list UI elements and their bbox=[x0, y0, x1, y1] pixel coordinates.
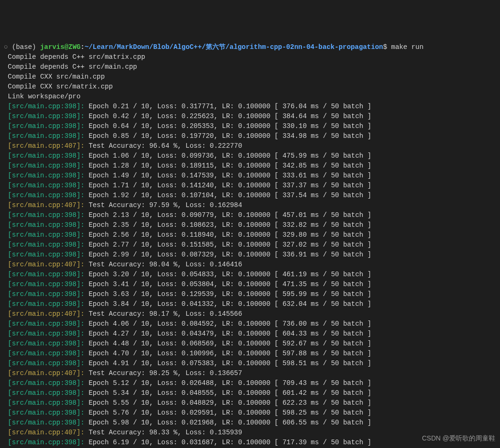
log-epoch-line: Epoch 4.70 / 10, Loss: 0.100996, LR: 0.1… bbox=[85, 350, 371, 357]
log-src-tag-epoch: [src/main.cpp:398]: bbox=[8, 330, 85, 337]
log-epoch-line: Epoch 0.42 / 10, Loss: 0.225623, LR: 0.1… bbox=[85, 112, 371, 120]
log-epoch-line: Epoch 3.63 / 10, Loss: 0.129539, LR: 0.1… bbox=[85, 290, 371, 298]
log-src-tag-epoch: [src/main.cpp:398]: bbox=[8, 399, 85, 407]
compile-line: Link workspace/pro bbox=[8, 93, 81, 100]
log-test-line: Test Accuracy: 96.64 %, Loss: 0.222770 bbox=[85, 142, 242, 150]
log-src-tag-epoch: [src/main.cpp:398]: bbox=[8, 360, 85, 367]
compile-line: Compile CXX src/main.cpp bbox=[8, 73, 105, 80]
log-epoch-line: Epoch 5.98 / 10, Loss: 0.021968, LR: 0.1… bbox=[85, 419, 371, 426]
log-test-line: Test Accuracy: 97.59 %, Loss: 0.162984 bbox=[85, 201, 242, 209]
log-src-tag-epoch: [src/main.cpp:398]: bbox=[8, 221, 85, 229]
log-src-tag-epoch: [src/main.cpp:398]: bbox=[8, 280, 85, 288]
log-src-tag-epoch: [src/main.cpp:398]: bbox=[8, 132, 85, 140]
log-epoch-line: Epoch 2.56 / 10, Loss: 0.118940, LR: 0.1… bbox=[85, 231, 371, 239]
log-src-tag-test: [src/main.cpp:407]: bbox=[8, 310, 85, 318]
log-epoch-line: Epoch 4.06 / 10, Loss: 0.084592, LR: 0.1… bbox=[85, 320, 371, 328]
log-src-tag-epoch: [src/main.cpp:398]: bbox=[8, 152, 85, 160]
log-epoch-line: Epoch 4.91 / 10, Loss: 0.075383, LR: 0.1… bbox=[85, 360, 371, 367]
compile-line: Compile CXX src/matrix.cpp bbox=[8, 83, 113, 90]
log-epoch-line: Epoch 2.13 / 10, Loss: 0.090779, LR: 0.1… bbox=[85, 211, 371, 219]
log-src-tag-epoch: [src/main.cpp:398]: bbox=[8, 290, 85, 298]
log-epoch-line: Epoch 1.92 / 10, Loss: 0.107104, LR: 0.1… bbox=[85, 192, 371, 199]
log-test-line: Test Accuracy: 98.04 %, Loss: 0.146416 bbox=[85, 261, 242, 268]
log-epoch-line: Epoch 3.41 / 10, Loss: 0.053804, LR: 0.1… bbox=[85, 280, 371, 288]
log-src-tag-epoch: [src/main.cpp:398]: bbox=[8, 300, 85, 308]
log-src-tag-epoch: [src/main.cpp:398]: bbox=[8, 320, 85, 328]
log-epoch-line: Epoch 3.84 / 10, Loss: 0.041332, LR: 0.1… bbox=[85, 300, 371, 308]
log-src-tag-test: [src/main.cpp:407]: bbox=[8, 369, 85, 377]
log-src-tag-epoch: [src/main.cpp:398]: bbox=[8, 241, 85, 248]
log-src-tag-epoch: [src/main.cpp:398]: bbox=[8, 409, 85, 416]
log-src-tag-epoch: [src/main.cpp:398]: bbox=[8, 419, 85, 426]
log-epoch-line: Epoch 3.20 / 10, Loss: 0.054833, LR: 0.1… bbox=[85, 271, 371, 278]
log-epoch-line: Epoch 1.71 / 10, Loss: 0.141240, LR: 0.1… bbox=[85, 182, 371, 189]
log-src-tag-epoch: [src/main.cpp:398]: bbox=[8, 103, 85, 110]
log-src-tag-epoch: [src/main.cpp:398]: bbox=[8, 389, 85, 397]
log-epoch-line: Epoch 1.28 / 10, Loss: 0.189115, LR: 0.1… bbox=[85, 162, 371, 169]
log-src-tag-test: [src/main.cpp:407]: bbox=[8, 201, 85, 209]
prompt-dollar: $ bbox=[383, 43, 387, 51]
log-src-tag-epoch: [src/main.cpp:398]: bbox=[8, 379, 85, 387]
log-src-tag-epoch: [src/main.cpp:398]: bbox=[8, 192, 85, 199]
prompt-env: (base) bbox=[12, 43, 40, 51]
prompt-bullet: ○ bbox=[4, 43, 12, 51]
log-epoch-line: Epoch 1.06 / 10, Loss: 0.099736, LR: 0.1… bbox=[85, 152, 371, 160]
log-epoch-line: Epoch 0.21 / 10, Loss: 0.317771, LR: 0.1… bbox=[85, 103, 371, 110]
log-epoch-line: Epoch 2.77 / 10, Loss: 0.151585, LR: 0.1… bbox=[85, 241, 371, 248]
log-epoch-line: Epoch 5.76 / 10, Loss: 0.029591, LR: 0.1… bbox=[85, 409, 371, 416]
log-src-tag-test: [src/main.cpp:407]: bbox=[8, 261, 85, 268]
log-src-tag-epoch: [src/main.cpp:398]: bbox=[8, 182, 85, 189]
log-epoch-line: Epoch 5.34 / 10, Loss: 0.048555, LR: 0.1… bbox=[85, 389, 371, 397]
log-epoch-line: Epoch 0.64 / 10, Loss: 0.205353, LR: 0.1… bbox=[85, 122, 371, 130]
log-src-tag-epoch: [src/main.cpp:398]: bbox=[8, 162, 85, 169]
log-src-tag-epoch: [src/main.cpp:398]: bbox=[8, 231, 85, 239]
log-src-tag-epoch: [src/main.cpp:398]: bbox=[8, 350, 85, 357]
prompt-path: ~/Learn/MarkDown/Blob/AlgoC++/第六节/algori… bbox=[85, 43, 383, 51]
log-epoch-line: Epoch 4.48 / 10, Loss: 0.068569, LR: 0.1… bbox=[85, 340, 371, 347]
log-epoch-line: Epoch 1.49 / 10, Loss: 0.147539, LR: 0.1… bbox=[85, 172, 371, 179]
log-epoch-line: Epoch 5.55 / 10, Loss: 0.048829, LR: 0.1… bbox=[85, 399, 371, 407]
log-src-tag-epoch: [src/main.cpp:398]: bbox=[8, 340, 85, 347]
watermark: CSDN @爱听歌的周童鞋 bbox=[422, 433, 495, 443]
log-src-tag-test: [src/main.cpp:407]: bbox=[8, 429, 85, 436]
log-src-tag-epoch: [src/main.cpp:398]: bbox=[8, 112, 85, 120]
terminal-output[interactable]: ○ (base) jarvis@ZWG:~/Learn/MarkDown/Blo… bbox=[4, 42, 496, 448]
log-epoch-line: Epoch 2.99 / 10, Loss: 0.087329, LR: 0.1… bbox=[85, 251, 371, 258]
log-src-tag-test: [src/main.cpp:407]: bbox=[8, 142, 85, 150]
log-test-line: Test Accuracy: 98.17 %, Loss: 0.145566 bbox=[85, 310, 242, 318]
prompt-user: jarvis bbox=[40, 43, 64, 51]
log-epoch-line: Epoch 2.35 / 10, Loss: 0.108623, LR: 0.1… bbox=[85, 221, 371, 229]
compile-line: Compile depends C++ src/matrix.cpp bbox=[8, 53, 145, 61]
log-test-line: Test Accuracy: 98.33 %, Loss: 0.135939 bbox=[85, 429, 242, 436]
prompt-host: ZWG bbox=[68, 43, 81, 51]
log-epoch-line: Epoch 5.12 / 10, Loss: 0.026488, LR: 0.1… bbox=[85, 379, 371, 387]
log-epoch-line: Epoch 0.85 / 10, Loss: 0.197720, LR: 0.1… bbox=[85, 132, 371, 140]
log-epoch-line: Epoch 6.19 / 10, Loss: 0.031687, LR: 0.1… bbox=[85, 439, 371, 446]
log-src-tag-epoch: [src/main.cpp:398]: bbox=[8, 122, 85, 130]
compile-line: Compile depends C++ src/main.cpp bbox=[8, 63, 137, 71]
log-src-tag-epoch: [src/main.cpp:398]: bbox=[8, 439, 85, 446]
log-src-tag-epoch: [src/main.cpp:398]: bbox=[8, 172, 85, 179]
prompt-colon: : bbox=[81, 43, 85, 51]
log-src-tag-epoch: [src/main.cpp:398]: bbox=[8, 211, 85, 219]
log-epoch-line: Epoch 4.27 / 10, Loss: 0.043479, LR: 0.1… bbox=[85, 330, 371, 337]
log-src-tag-epoch: [src/main.cpp:398]: bbox=[8, 271, 85, 278]
log-src-tag-epoch: [src/main.cpp:398]: bbox=[8, 251, 85, 258]
prompt-command: make run bbox=[387, 43, 423, 51]
log-test-line: Test Accuracy: 98.25 %, Loss: 0.136657 bbox=[85, 369, 242, 377]
